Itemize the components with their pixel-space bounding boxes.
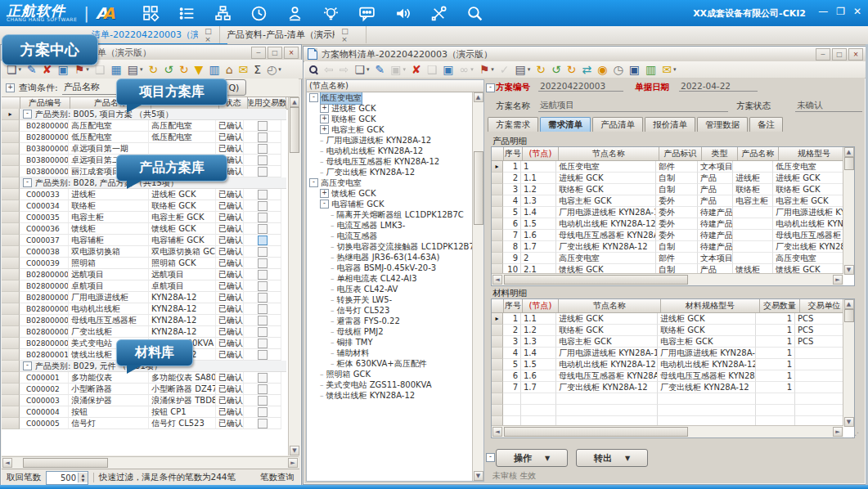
table-row[interactable]: B028000004卓航项目卓航项目已确认 xyxy=(2,280,286,292)
used-checkbox[interactable] xyxy=(258,339,268,348)
scroll-down-icon[interactable]: ▼ xyxy=(844,417,854,427)
used-checkbox[interactable] xyxy=(258,213,268,222)
group-row[interactable]: ▸-产品类别: B005, 项目方案 （共5项） xyxy=(2,109,286,120)
used-checkbox[interactable] xyxy=(258,258,268,268)
grid-row[interactable]: 81.7厂变出线柜 KYN28A-12自制待建产品厂变出线柜 KYN28A-12 xyxy=(492,241,854,253)
refresh-icon[interactable]: ↻ xyxy=(179,64,189,75)
table-row[interactable]: C000001多功能仪表多功能仪表 SA800E已确认 xyxy=(2,372,286,384)
tree-node[interactable]: –单相电流表 CL42-AI3 xyxy=(307,273,473,284)
fetch-count-stepper[interactable]: 500 ▲▼ xyxy=(46,471,88,485)
tree-node[interactable]: –母线电压互感器柜 KYN28A-12 xyxy=(307,156,473,167)
tree-node[interactable]: +馈线柜 GCK xyxy=(307,188,473,199)
revert-icon[interactable]: ❑ xyxy=(427,64,438,75)
used-checkbox[interactable] xyxy=(258,350,268,360)
table-row[interactable]: C000037电容辅柜电容辅柜 GCK已确认 xyxy=(2,235,286,246)
minimize-button[interactable]: ─ xyxy=(816,48,830,61)
list-icon[interactable] xyxy=(178,5,196,22)
chat-icon[interactable] xyxy=(358,5,376,22)
table-row[interactable]: C000035电容主柜电容主柜 GCK已确认 xyxy=(2,212,286,223)
column-header[interactable]: 使用交易数 xyxy=(248,97,286,109)
used-checkbox[interactable] xyxy=(258,121,268,131)
scroll-thumb[interactable] xyxy=(290,107,299,153)
column-header[interactable] xyxy=(492,299,504,312)
maximize-button[interactable]: □ xyxy=(268,47,282,59)
forward-icon[interactable]: ⇨ xyxy=(340,64,349,75)
grid-row[interactable]: 31.3电容主柜 GCK电容主柜 GCK1PCS xyxy=(492,336,854,348)
tree-node[interactable]: +电容主柜 GCK xyxy=(307,124,473,135)
copy-icon[interactable]: ▣ xyxy=(443,64,453,75)
transfer-button[interactable]: 转出▼ xyxy=(576,449,648,467)
expand-icon[interactable]: + xyxy=(320,114,329,123)
tree-node[interactable]: –辅助材料 xyxy=(307,348,473,358)
refresh-icon[interactable]: ↻ xyxy=(567,64,577,75)
column-header[interactable]: 产品名称 xyxy=(738,147,779,160)
tab-产品清单[interactable]: 产品清单 xyxy=(592,117,643,132)
collapse-box-icon[interactable]: - xyxy=(23,361,32,370)
tree-node[interactable]: –信号灯 CL523 xyxy=(307,305,473,316)
filter-icon[interactable]: ▼ xyxy=(195,64,204,75)
used-checkbox[interactable] xyxy=(258,270,268,280)
history-icon[interactable]: ◷ xyxy=(613,64,623,75)
tab-报价清单[interactable]: 报价清单 xyxy=(645,117,695,132)
save-icon[interactable]: ▣▾ xyxy=(390,64,406,75)
scroll-thumb[interactable] xyxy=(504,427,688,437)
card-icon[interactable]: ▥ xyxy=(645,64,656,75)
attach-icon[interactable]: ∞▾ xyxy=(460,64,474,75)
edit-icon[interactable]: ✎ xyxy=(376,64,385,75)
tools-icon[interactable] xyxy=(430,5,447,22)
tree-node[interactable]: –厂用电源进线柜 KYN28A-12 xyxy=(307,135,473,146)
tab-备注[interactable]: 备注 xyxy=(749,117,783,132)
grid-row[interactable]: 61.5电动机出线柜 KYN28A-12委外待建产品电动机出线柜 KYN28A-… xyxy=(492,218,854,230)
used-checkbox[interactable] xyxy=(258,224,268,234)
maximize-button[interactable]: □ xyxy=(832,48,847,61)
used-checkbox[interactable] xyxy=(258,247,268,257)
used-checkbox[interactable] xyxy=(258,132,268,142)
grid-row[interactable]: 71.6母线电压互感器柜 KYN28A-12委外待建产品母线电压互感器柜 KYN… xyxy=(492,230,854,241)
table-row[interactable]: B028000008厂变出线柜KYN28A-12已确认 xyxy=(2,326,286,338)
step-down-icon[interactable]: ▼ xyxy=(79,478,88,482)
grid-row[interactable]: 41.3电容主柜 GCK委外产品电容主柜电容主柜 GCK xyxy=(492,195,854,207)
resize-grip[interactable]: ⋰ xyxy=(852,431,860,439)
close-button[interactable]: × xyxy=(848,48,863,61)
close-button[interactable]: × xyxy=(284,47,299,59)
column-header[interactable]: 规格型号 xyxy=(779,147,850,160)
used-checkbox[interactable] xyxy=(258,167,268,177)
scroll-up-icon[interactable]: ▲ xyxy=(290,97,299,107)
used-checkbox[interactable] xyxy=(258,236,268,245)
fetch-icon[interactable]: ↻ xyxy=(536,64,546,75)
scroll-down-icon[interactable]: ▼ xyxy=(844,265,854,275)
column-header[interactable]: 类型 xyxy=(702,147,738,160)
tree-node[interactable]: –隔离开关熔断器组 LC1DPK12B7C xyxy=(307,209,473,220)
idea-icon[interactable] xyxy=(322,5,340,22)
table-row[interactable]: B028000005厂用电源进线柜KYN28A-12已确认 xyxy=(2,292,286,303)
column-header[interactable] xyxy=(492,147,504,160)
column-header[interactable] xyxy=(2,97,20,109)
tree-node[interactable]: –电容器 BSMJ-0.45kV-20-3 xyxy=(307,262,473,273)
table-row[interactable]: B028000007母线电压互感器柜KYN28A-12已确认 xyxy=(2,315,286,326)
used-checkbox[interactable] xyxy=(258,155,268,165)
grid-row[interactable]: ▸11.1进线柜 GCK进线柜 GCK1PCS xyxy=(492,313,854,325)
scroll-thumb[interactable] xyxy=(844,157,854,170)
disk-icon[interactable]: ▣ xyxy=(629,64,640,75)
table-row[interactable]: C000039照明箱照明箱 GCK已确认 xyxy=(2,258,286,269)
column-header[interactable]: (节点) xyxy=(523,147,559,160)
scroll-down-icon[interactable]: ▼ xyxy=(474,471,483,481)
grid-row[interactable]: 71.7厂变出线柜 KYN28A-12厂变出线柜 KYN28A-121 xyxy=(492,382,854,393)
close-button[interactable]: ✕ xyxy=(853,6,861,17)
used-checkbox[interactable] xyxy=(258,407,268,417)
grid-row[interactable]: 51.4厂用电源进线柜 KYN28A-12委外待建产品厂用电源进线柜 KYN28… xyxy=(492,207,854,218)
stamp-icon[interactable]: ⚑▾ xyxy=(479,64,494,75)
tab-product-list[interactable]: 产品资料-产品-清单（演示版） □ × xyxy=(219,26,367,43)
table-row[interactable]: B038000001卓远项目第一期已确认 xyxy=(2,143,286,155)
collapse-box-icon[interactable]: - xyxy=(23,178,32,187)
cards-icon[interactable]: ▦ xyxy=(110,64,121,75)
clock-icon[interactable] xyxy=(250,5,268,22)
collapse-icon[interactable]: - xyxy=(309,93,318,102)
table-row[interactable]: B028000002低压配电室低压配电室已确认 xyxy=(2,132,286,143)
tree-node[interactable]: –铜排 TMY xyxy=(307,337,473,348)
minimize-button[interactable]: ─ xyxy=(251,47,266,59)
search-icon[interactable] xyxy=(466,5,483,22)
paste-icon[interactable]: ❑ xyxy=(95,64,106,75)
sigma-icon[interactable]: Σ xyxy=(254,64,261,75)
new-icon[interactable]: ❏▾ xyxy=(354,64,369,75)
